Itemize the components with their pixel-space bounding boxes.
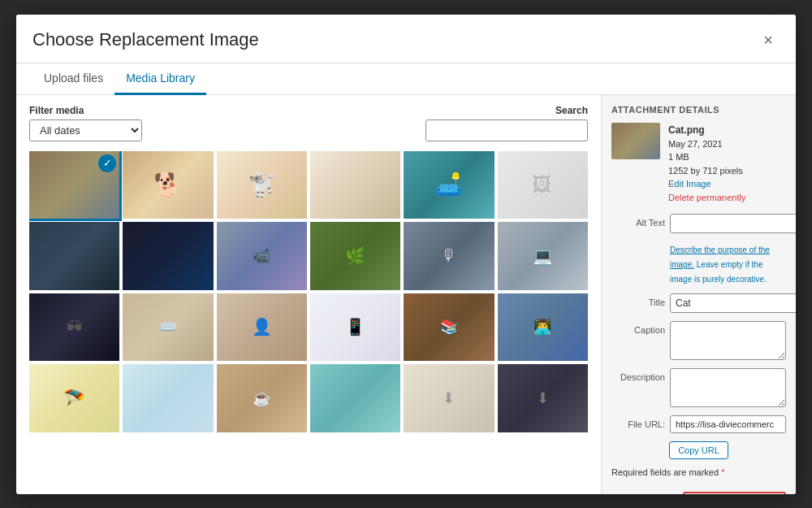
image-thumb-14: ⌨️ xyxy=(123,293,213,362)
image-cell-4[interactable] xyxy=(310,151,400,219)
file-size: 1 MB xyxy=(668,150,745,164)
image-thumb-2: 🐕 xyxy=(123,151,213,219)
image-thumb-23: ⬇ xyxy=(404,364,494,432)
required-star: * xyxy=(721,467,724,477)
description-row: Description xyxy=(611,368,786,407)
media-area: Filter media All dates January 2021 Febr… xyxy=(16,95,601,494)
filter-group: Filter media All dates January 2021 Febr… xyxy=(29,105,142,141)
required-note: Required fields are marked * xyxy=(611,467,786,477)
attachment-info: Cat.png May 27, 2021 1 MB 1252 by 712 pi… xyxy=(611,123,786,205)
image-thumb-3: 🐩 xyxy=(217,151,307,219)
modal: Choose Replacement Image × Upload files … xyxy=(16,15,796,494)
image-thumb-15: 👤 xyxy=(217,293,307,362)
image-cell-21[interactable]: ☕ xyxy=(217,364,307,432)
caption-row: Caption xyxy=(611,321,786,360)
image-cell-18[interactable]: 👨‍💻 xyxy=(498,293,588,362)
tab-media-library[interactable]: Media Library xyxy=(114,63,206,95)
image-thumb-5: 🛋️ xyxy=(404,151,494,219)
image-thumb-4 xyxy=(310,151,400,219)
file-date: May 27, 2021 xyxy=(668,137,745,151)
image-cell-9[interactable]: 📹 xyxy=(217,222,307,290)
image-thumb-16: 📱 xyxy=(310,293,400,362)
copy-url-button[interactable]: Copy URL xyxy=(669,441,728,459)
image-cell-3[interactable]: 🐩 xyxy=(217,151,307,219)
image-thumb-12: 💻 xyxy=(498,222,588,290)
image-thumb-17: 📚 xyxy=(404,293,494,362)
title-label: Title xyxy=(611,293,665,307)
attachment-thumbnail xyxy=(611,123,660,159)
image-cell-14[interactable]: ⌨️ xyxy=(123,293,213,362)
attachment-sidebar: ATTACHMENT DETAILS Cat.png May 27, 2021 … xyxy=(601,95,796,494)
filter-select[interactable]: All dates January 2021 February 2021 xyxy=(29,119,142,141)
image-cell-16[interactable]: 📱 xyxy=(310,293,400,362)
alt-text-label: Alt Text xyxy=(611,214,665,228)
filter-row: Filter media All dates January 2021 Febr… xyxy=(29,105,588,141)
image-cell-10[interactable]: 🌿 xyxy=(310,222,400,290)
edit-image-link[interactable]: Edit Image xyxy=(668,177,745,191)
delete-image-link[interactable]: Delete permanently xyxy=(668,191,745,205)
search-input[interactable] xyxy=(425,119,588,141)
modal-header: Choose Replacement Image × xyxy=(16,15,796,63)
modal-footer: Replace Image xyxy=(611,485,786,494)
filter-label: Filter media xyxy=(29,105,142,116)
image-thumb-11: 🎙 xyxy=(404,222,494,290)
image-cell-22[interactable] xyxy=(310,364,400,432)
alt-text-hint: Describe the purpose of the image. Leave… xyxy=(670,245,770,284)
image-cell-15[interactable]: 👤 xyxy=(217,293,307,362)
image-cell-17[interactable]: 📚 xyxy=(404,293,494,362)
image-cell-12[interactable]: 💻 xyxy=(498,222,588,290)
title-input[interactable] xyxy=(670,293,796,313)
search-label: Search xyxy=(555,105,588,116)
image-cell-19[interactable]: 🪂 xyxy=(29,364,119,432)
image-thumb-9: 📹 xyxy=(217,222,307,290)
tab-bar: Upload files Media Library xyxy=(16,63,796,95)
file-dims: 1252 by 712 pixels xyxy=(668,164,745,178)
image-thumb-18: 👨‍💻 xyxy=(498,293,588,362)
image-thumb-6: 🖼 xyxy=(498,151,588,219)
description-textarea[interactable] xyxy=(670,368,786,407)
image-cell-24[interactable]: ⬇ xyxy=(498,364,588,432)
modal-title: Choose Replacement Image xyxy=(32,29,259,60)
image-cell-2[interactable]: 🐕 xyxy=(123,151,213,219)
caption-label: Caption xyxy=(611,321,665,335)
image-cell-1[interactable]: ✓ xyxy=(29,151,119,219)
file-name: Cat.png xyxy=(668,123,745,137)
image-thumb-24: ⬇ xyxy=(498,364,588,432)
file-url-row: File URL: xyxy=(611,415,786,433)
image-thumb-19: 🪂 xyxy=(29,364,119,432)
tab-upload-files[interactable]: Upload files xyxy=(32,63,114,95)
attachment-details-text: Cat.png May 27, 2021 1 MB 1252 by 712 pi… xyxy=(668,123,745,205)
image-cell-8[interactable] xyxy=(123,222,213,290)
replace-image-button[interactable]: Replace Image xyxy=(683,492,786,494)
image-thumb-21: ☕ xyxy=(217,364,307,432)
description-label: Description xyxy=(611,368,665,382)
alt-text-input[interactable] xyxy=(670,214,796,233)
alt-text-row: Alt Text xyxy=(611,214,786,233)
caption-textarea[interactable] xyxy=(670,321,786,360)
selected-check: ✓ xyxy=(98,154,116,172)
modal-body: Filter media All dates January 2021 Febr… xyxy=(16,95,796,494)
image-thumb-10: 🌿 xyxy=(310,222,400,290)
image-cell-11[interactable]: 🎙 xyxy=(404,222,494,290)
image-thumb-13: 🕶 xyxy=(29,293,119,362)
title-row: Title xyxy=(611,293,786,313)
search-group: Search xyxy=(425,105,588,141)
image-cell-7[interactable] xyxy=(29,222,119,290)
image-cell-6[interactable]: 🖼 xyxy=(498,151,588,219)
file-url-input[interactable] xyxy=(670,415,786,433)
image-grid: ✓ 🐕 🐩 🛋️ 🖼 xyxy=(29,151,588,484)
sidebar-section-title: ATTACHMENT DETAILS xyxy=(611,105,786,115)
file-url-label: File URL: xyxy=(611,419,665,429)
image-cell-23[interactable]: ⬇ xyxy=(404,364,494,432)
close-button[interactable]: × xyxy=(757,28,780,53)
image-cell-13[interactable]: 🕶 xyxy=(29,293,119,362)
modal-overlay: Choose Replacement Image × Upload files … xyxy=(0,0,812,508)
image-cell-20[interactable] xyxy=(123,364,213,432)
image-cell-5[interactable]: 🛋️ xyxy=(404,151,494,219)
